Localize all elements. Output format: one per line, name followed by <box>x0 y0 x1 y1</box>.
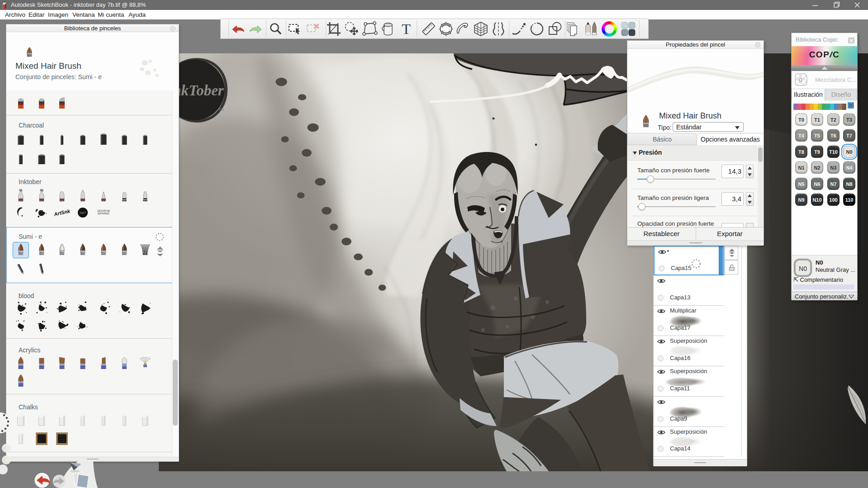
svg-text:LECCIÓN DE: LECCIÓN DE <box>97 209 110 212</box>
svg-text:ENTINTADO: ENTINTADO <box>98 213 109 215</box>
svg-text:T: T <box>402 21 411 37</box>
svg-text:ArtSnk: ArtSnk <box>54 208 70 217</box>
svg-text:InkT: InkT <box>80 211 86 214</box>
svg-text:TM: TM <box>219 108 224 112</box>
